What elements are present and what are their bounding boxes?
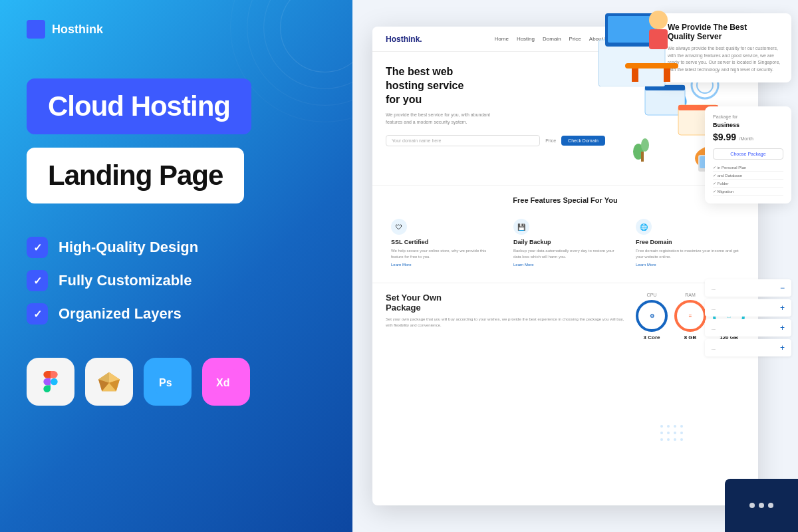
- website-mockup: Hosthink. Home Hosting Domain Price Abou…: [372, 27, 758, 505]
- svg-point-44: [674, 432, 676, 434]
- xd-icon: Xd: [202, 358, 250, 406]
- bottom-right-box: [725, 479, 798, 532]
- backup-icon: 💾: [513, 219, 529, 235]
- nav-hosting: Hosting: [517, 36, 535, 42]
- mockup-features-title: Free Features Special For You: [386, 196, 745, 204]
- domain-desc: Free domain registration to maximize you…: [636, 248, 739, 260]
- svg-rect-19: [625, 63, 678, 68]
- dot-grid: [658, 423, 698, 452]
- faq-item-2[interactable]: ... +: [705, 299, 791, 317]
- dot-2: [759, 503, 764, 508]
- mockup-hero-sub: We provide the best service for you, wit…: [386, 112, 605, 126]
- pricing-feature-4: ✓ Migration: [713, 188, 783, 196]
- svg-point-42: [660, 432, 663, 434]
- faq-text-4: ...: [712, 346, 716, 350]
- faq-plus-3: +: [780, 323, 785, 332]
- mockup-domain-input[interactable]: Your domain name here: [386, 135, 540, 146]
- svg-text:Xd: Xd: [216, 377, 229, 388]
- photoshop-icon: Ps: [144, 358, 192, 406]
- top-illustration: [559, 0, 705, 86]
- pricing-card-label: Package for: [713, 114, 783, 119]
- ram-circle: ≡: [674, 300, 706, 332]
- check-icon-3: [27, 303, 48, 325]
- right-panel: Hosthink. Home Hosting Domain Price Abou…: [352, 0, 798, 532]
- svg-point-47: [667, 438, 670, 441]
- faq-text-2: ...: [712, 306, 716, 311]
- features-list: High-Quality Design Fully Customizable O…: [27, 237, 326, 325]
- sketch-icon: [85, 358, 133, 406]
- pricing-features: ✓ in Personal Plan ✓ and Database ✓ Fold…: [713, 164, 783, 196]
- feature-card-domain: 🌐 Free Domain Free domain registration t…: [630, 213, 745, 272]
- svg-rect-18: [649, 29, 668, 49]
- backup-name: Daily Backup: [513, 239, 617, 245]
- faq-plus-2: +: [780, 303, 785, 313]
- feature-card-backup: 💾 Daily Backup Backup your data automati…: [508, 213, 622, 272]
- mockup-logo: Hosthink.: [386, 35, 422, 44]
- dot-3: [768, 503, 773, 508]
- feature-item-3: Organized Layers: [27, 303, 326, 325]
- ram-label: RAM: [674, 293, 706, 297]
- pricing-feature-2: ✓ and Database: [713, 172, 783, 180]
- pricing-feature-3: ✓ Folder: [713, 180, 783, 188]
- ssl-learn-more[interactable]: Learn More: [391, 263, 495, 267]
- ssl-icon: 🛡: [391, 219, 407, 235]
- domain-name: Free Domain: [636, 239, 739, 245]
- faq-plus-4: +: [780, 343, 785, 352]
- pricing-card-price-row: $9.99 /Month: [713, 131, 783, 143]
- svg-rect-20: [632, 68, 638, 82]
- left-panel: Hosthink Cloud Hosting Landing Page High…: [0, 0, 352, 532]
- landing-page-badge: Landing Page: [27, 148, 244, 203]
- faq-item-1[interactable]: ... −: [705, 279, 791, 297]
- mockup-price-tag: Price: [543, 136, 559, 146]
- ssl-name: SSL Certified: [391, 239, 495, 245]
- backup-desc: Backup your data automatically every day…: [513, 248, 617, 260]
- feature-item-2: Fully Customizable: [27, 270, 326, 291]
- feature-text-1: High-Quality Design: [59, 239, 198, 256]
- pricing-card: Package for Business $9.99 /Month Choose…: [705, 106, 791, 203]
- cpu-circle: ⚙: [636, 300, 668, 332]
- faq-section: ... − ... + ... + ... +: [705, 279, 791, 359]
- svg-point-1: [264, 0, 352, 88]
- faq-item-3[interactable]: ... +: [705, 319, 791, 336]
- backup-learn-more[interactable]: Learn More: [513, 263, 617, 267]
- svg-point-48: [674, 438, 676, 441]
- svg-point-17: [649, 11, 668, 29]
- nav-home: Home: [495, 36, 509, 42]
- faq-item-4[interactable]: ... +: [705, 339, 791, 356]
- feature-text-2: Fully Customizable: [59, 272, 192, 289]
- figma-icon: [27, 358, 74, 406]
- svg-point-30: [641, 138, 649, 152]
- domain-icon: 🌐: [636, 219, 652, 235]
- svg-point-46: [660, 438, 663, 441]
- mockup-package-text: Set Your OwnPackage Set your own package…: [386, 293, 625, 331]
- svg-rect-21: [664, 68, 670, 82]
- check-icon-2: [27, 270, 48, 291]
- brand-icon: [27, 20, 45, 39]
- pricing-price: $9.99: [713, 132, 736, 142]
- feature-text-3: Organized Layers: [59, 305, 182, 323]
- pricing-select-btn[interactable]: Choose Package: [713, 148, 783, 160]
- hero-content: Cloud Hosting Landing Page: [27, 78, 326, 237]
- ram-meter: RAM ≡ 8 GB: [674, 293, 706, 340]
- ram-value: 8 GB: [674, 334, 706, 340]
- svg-point-43: [667, 432, 670, 434]
- cpu-label: CPU: [636, 293, 668, 297]
- svg-point-49: [680, 438, 683, 441]
- domain-learn-more[interactable]: Learn More: [636, 263, 739, 267]
- svg-rect-16: [608, 16, 656, 43]
- faq-text-3: ...: [712, 326, 716, 331]
- mockup-check-domain-btn[interactable]: Check Domain: [561, 136, 605, 146]
- dots-icon: [749, 503, 773, 508]
- mockup-domain-row: Your domain name here Price Check Domain: [386, 135, 605, 146]
- tool-icons-row: Ps Xd: [27, 358, 326, 406]
- svg-point-45: [680, 432, 683, 434]
- pricing-period: /Month: [739, 136, 753, 141]
- feature-item-1: High-Quality Design: [27, 237, 326, 258]
- cpu-value: 3 Core: [636, 334, 668, 340]
- svg-rect-31: [641, 152, 644, 162]
- svg-point-38: [660, 425, 663, 428]
- cloud-hosting-badge: Cloud Hosting: [27, 78, 251, 134]
- faq-text-1: ...: [712, 286, 716, 291]
- svg-text:Ps: Ps: [159, 377, 172, 388]
- mockup-features-section: Free Features Special For You 🛡 SSL Cert…: [372, 185, 758, 283]
